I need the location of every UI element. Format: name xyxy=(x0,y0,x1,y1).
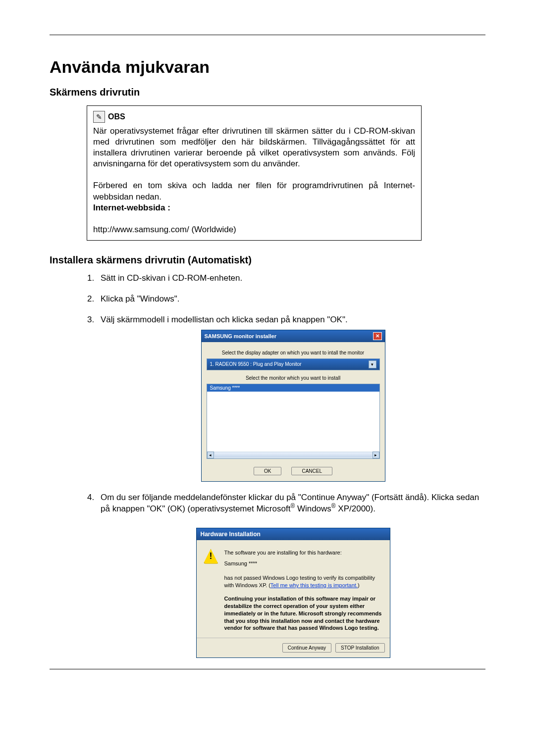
hardware-installation-dialog: Hardware Installation ! The software you… xyxy=(196,528,390,658)
horizontal-scrollbar[interactable]: ◂ ▸ xyxy=(207,452,379,458)
hardware-dialog-title: Hardware Installation xyxy=(197,528,390,540)
warning-icon: ! xyxy=(204,549,218,564)
close-icon[interactable]: ✕ xyxy=(373,332,382,340)
step-1-text: Sätt in CD-skivan i CD-ROM-enheten. xyxy=(101,273,242,283)
note-icon: ✎ xyxy=(93,111,105,123)
scroll-left-icon[interactable]: ◂ xyxy=(207,452,214,458)
note-paragraph-2: Förbered en tom skiva och ladda ner file… xyxy=(93,180,415,202)
chevron-down-icon[interactable]: ▾ xyxy=(369,360,376,368)
internet-website-label: Internet-webbsida : xyxy=(93,202,415,213)
installer-dialog-title: SAMSUNG monitor installer xyxy=(205,333,276,339)
ok-button[interactable]: OK xyxy=(254,467,281,475)
bottom-rule xyxy=(50,669,485,669)
adapter-dropdown[interactable]: 1. RADEON 9550 : Plug and Play Monitor ▾ xyxy=(207,358,380,370)
step-4: Om du ser följande meddelandefönster kli… xyxy=(97,493,485,658)
reg-mark-1: ® xyxy=(290,503,295,509)
note-box: ✎ OBS När operativsystemet frågar efter … xyxy=(87,105,422,241)
cancel-button[interactable]: CANCEL xyxy=(291,467,332,475)
step-1: Sätt in CD-skivan i CD-ROM-enheten. xyxy=(97,273,485,283)
stop-installation-button[interactable]: STOP Installation xyxy=(335,643,384,653)
step-3-text: Välj skärmmodell i modellistan och klick… xyxy=(101,315,348,324)
page-title: Använda mjukvaran xyxy=(50,57,485,77)
monitor-listbox[interactable]: Samsung **** ◂ ▸ xyxy=(207,384,380,459)
hw-bold-text: Continuing your installation of this sof… xyxy=(224,595,383,632)
continue-anyway-button[interactable]: Continue Anyway xyxy=(282,643,331,653)
hw-text-2: Samsung **** xyxy=(224,560,383,567)
hw-text-3b: ) xyxy=(358,582,360,588)
monitor-selected-item[interactable]: Samsung **** xyxy=(207,384,379,392)
step-2: Klicka på "Windows". xyxy=(97,294,485,304)
scroll-thumb[interactable] xyxy=(214,453,372,457)
reg-mark-2: ® xyxy=(331,503,336,509)
step-4-text-a: Om du ser följande meddelandefönster kli… xyxy=(101,493,429,502)
dialog1-text1: Select the display adapter on which you … xyxy=(207,350,380,355)
dialog1-text2: Select the monitor which you want to ins… xyxy=(207,375,380,381)
step-4-text-d: XP/2000). xyxy=(336,504,375,513)
adapter-dropdown-value: 1. RADEON 9550 : Plug and Play Monitor xyxy=(210,361,302,367)
scroll-right-icon[interactable]: ▸ xyxy=(373,452,379,458)
section-heading-1: Skärmens drivrutin xyxy=(50,87,485,98)
website-url: http://www.samsung.com/ (Worldwide) xyxy=(93,224,415,235)
step-2-text: Klicka på "Windows". xyxy=(101,294,179,303)
step-3: Välj skärmmodell i modellistan och klick… xyxy=(97,315,485,482)
installer-dialog: SAMSUNG monitor installer ✕ Select the d… xyxy=(201,330,385,482)
section-heading-2: Installera skärmens drivrutin (Automatis… xyxy=(50,254,485,266)
hw-text-1: The software you are installing for this… xyxy=(224,549,383,556)
top-rule xyxy=(50,35,485,35)
note-label: OBS xyxy=(108,112,125,122)
note-paragraph-1: När operativsystemet frågar efter drivru… xyxy=(93,126,415,169)
why-testing-link[interactable]: Tell me why this testing is important. xyxy=(270,582,358,588)
step-4-text-c: Windows xyxy=(295,504,331,513)
